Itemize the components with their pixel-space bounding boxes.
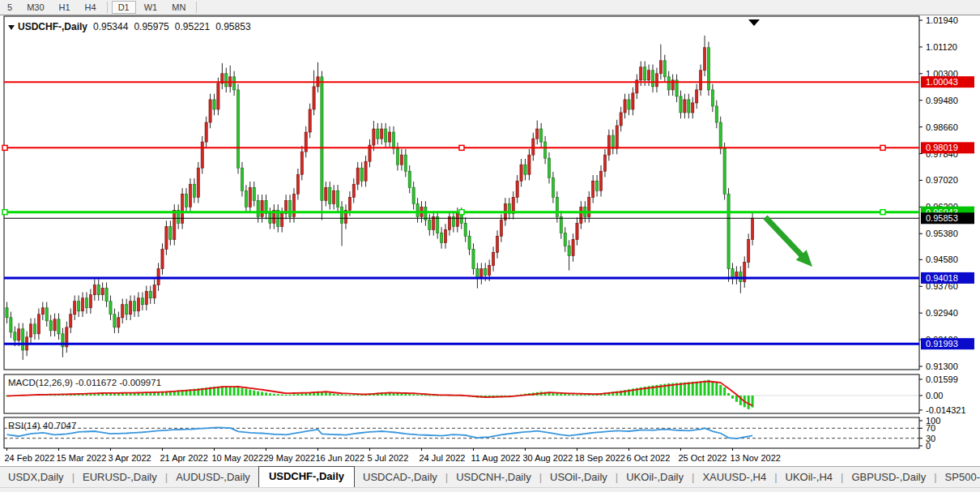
ohlc-low: 0.95221 <box>175 21 210 32</box>
svg-text:0.95853: 0.95853 <box>926 213 958 223</box>
svg-text:24 Feb 2022: 24 Feb 2022 <box>5 453 55 463</box>
tab-ukoil-h4[interactable]: UKOil-,H4 <box>778 468 842 487</box>
svg-text:11 Aug 2022: 11 Aug 2022 <box>471 453 520 463</box>
toolbar-separator <box>107 2 108 13</box>
svg-text:15 Mar 2022: 15 Mar 2022 <box>56 453 106 463</box>
window-bottom-strip <box>0 487 980 492</box>
svg-text:1.00043: 1.00043 <box>926 77 958 87</box>
tab-ukoil-daily[interactable]: UKOil-,Daily <box>618 468 692 487</box>
svg-text:18 Sep 2022: 18 Sep 2022 <box>574 453 624 463</box>
symbol-dropdown-icon[interactable] <box>8 25 15 30</box>
svg-text:0.99480: 0.99480 <box>926 96 958 105</box>
toolbar-separator <box>196 2 197 13</box>
svg-text:24 Jul 2022: 24 Jul 2022 <box>419 453 465 463</box>
tab-xauusd-h4[interactable]: XAUUSD-,H4 <box>694 468 774 487</box>
svg-text:-0.014321: -0.014321 <box>926 405 966 415</box>
symbol-tab-bar: USDX,Daily|EURUSD-,Daily|AUDUSD-,DailyUS… <box>0 466 980 487</box>
timeframe-button-5[interactable]: 5 <box>1 1 19 14</box>
svg-text:70: 70 <box>926 423 935 433</box>
chart-area: 1.019401.011201.003000.994800.986600.978… <box>0 15 980 466</box>
rsi-name: RSI(14) <box>8 421 40 430</box>
ohlc-close: 0.95853 <box>215 21 250 32</box>
timeframe-toolbar: 5M30H1H4D1W1MN <box>0 0 980 15</box>
tab-usdcad-daily[interactable]: USDCAD-,Daily <box>355 468 445 487</box>
chart-symbol-label: USDCHF-,Daily <box>18 21 87 32</box>
price-chart-canvas: 1.019401.011201.003000.994800.986600.978… <box>0 15 980 466</box>
tab-usdchf-daily[interactable]: USDCHF-,Daily <box>258 466 355 487</box>
timeframe-button-m30[interactable]: M30 <box>20 1 50 14</box>
svg-text:25 Oct 2022: 25 Oct 2022 <box>678 453 726 463</box>
svg-text:0.91993: 0.91993 <box>926 339 958 349</box>
svg-text:0.98019: 0.98019 <box>926 143 958 152</box>
price-axis: 1.019401.011201.003000.994800.986600.978… <box>919 15 958 371</box>
tab-usdcnh-daily[interactable]: USDCNH-,Daily <box>448 468 539 487</box>
svg-text:0.97020: 0.97020 <box>926 175 958 185</box>
timeframe-button-mn[interactable]: MN <box>165 1 192 14</box>
svg-text:0.92940: 0.92940 <box>926 308 958 318</box>
macd-axis: 0.015990.00-0.014321 <box>919 374 966 415</box>
timeframe-button-h4[interactable]: H4 <box>79 1 103 14</box>
svg-text:30 Aug 2022: 30 Aug 2022 <box>522 453 573 463</box>
svg-text:1.01940: 1.01940 <box>926 15 958 25</box>
rsi-value: 40.7047 <box>43 421 77 430</box>
macd-name: MACD(12,26,9) <box>8 378 73 387</box>
timeframe-button-w1[interactable]: W1 <box>138 1 164 14</box>
timeframe-button-d1[interactable]: D1 <box>112 1 136 14</box>
svg-text:0.94018: 0.94018 <box>926 273 958 283</box>
svg-text:16 Jun 2022: 16 Jun 2022 <box>315 453 364 463</box>
main-price-panel <box>4 16 919 370</box>
svg-text:21 Apr 2022: 21 Apr 2022 <box>160 453 207 463</box>
svg-text:6 Oct 2022: 6 Oct 2022 <box>626 453 670 463</box>
svg-text:0.98660: 0.98660 <box>926 122 958 132</box>
tab-usdx-daily[interactable]: USDX,Daily <box>0 468 72 487</box>
tab-sp500-h4[interactable]: SP500-,H4 <box>937 468 980 487</box>
svg-text:0: 0 <box>926 441 931 451</box>
time-axis: 24 Feb 202215 Mar 20223 Apr 202221 Apr 2… <box>5 448 781 463</box>
svg-text:3 Apr 2022: 3 Apr 2022 <box>108 453 151 463</box>
chart-title: USDCHF-,Daily0.953440.959750.952210.9585… <box>8 21 251 32</box>
tab-audusd-daily[interactable]: AUDUSD-,Daily <box>168 468 258 487</box>
svg-text:13 Nov 2022: 13 Nov 2022 <box>730 453 780 463</box>
svg-text:0.91300: 0.91300 <box>926 362 958 371</box>
svg-text:0.01599: 0.01599 <box>926 374 958 384</box>
svg-text:10 May 2022: 10 May 2022 <box>211 453 263 463</box>
macd-values: -0.011672 -0.009971 <box>75 378 161 387</box>
tab-eurusd-daily[interactable]: EURUSD-,Daily <box>75 468 165 487</box>
ohlc-open: 0.95344 <box>93 21 128 32</box>
rsi-axis: 10070300 <box>919 416 940 451</box>
tab-usoil-daily[interactable]: USOil-,Daily <box>542 468 616 487</box>
svg-text:5 Jul 2022: 5 Jul 2022 <box>367 453 408 463</box>
svg-text:0.94580: 0.94580 <box>926 255 958 264</box>
tab-gbpusd-daily[interactable]: GBPUSD-,Daily <box>843 468 934 487</box>
svg-text:1.01120: 1.01120 <box>926 42 957 52</box>
macd-indicator-label: MACD(12,26,9) -0.011672 -0.009971 <box>8 378 161 387</box>
timeframe-button-h1[interactable]: H1 <box>53 1 77 14</box>
svg-text:0.95380: 0.95380 <box>926 229 958 238</box>
rsi-indicator-label: RSI(14) 40.7047 <box>8 421 76 430</box>
svg-text:0.00: 0.00 <box>926 391 943 400</box>
ohlc-high: 0.95975 <box>134 21 168 32</box>
svg-text:29 May 2022: 29 May 2022 <box>263 453 315 463</box>
